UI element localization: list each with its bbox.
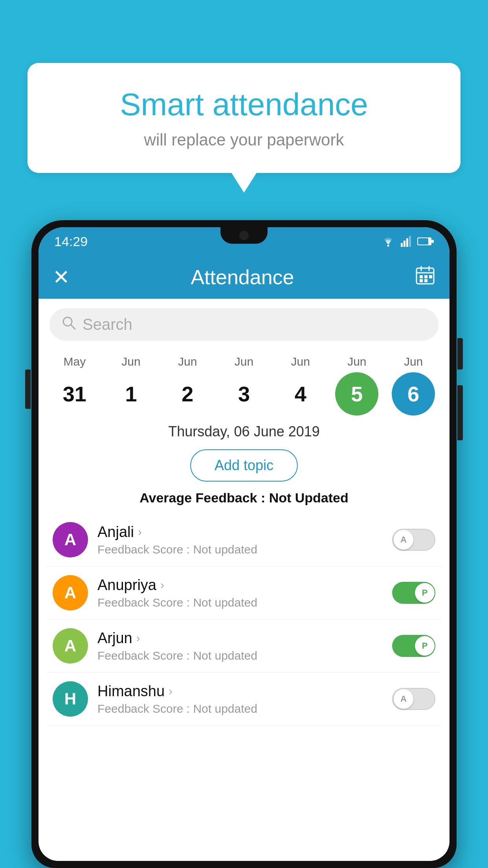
svg-rect-7 [431, 240, 434, 243]
toggle-anjali[interactable]: A [392, 529, 435, 551]
student-item-anupriya[interactable]: A Anupriya › Feedback Score : Not update… [46, 566, 442, 620]
signal-icon [401, 236, 412, 247]
date-cell-jun4[interactable]: Jun 4 [275, 355, 326, 416]
battery-icon [417, 237, 434, 246]
date-cell-jun6[interactable]: Jun 6 [388, 355, 439, 416]
student-name-anupriya: Anupriya › [97, 577, 383, 594]
attendance-toggle-anupriya[interactable]: P [392, 582, 435, 604]
search-bar[interactable]: Search [50, 308, 438, 341]
status-time: 14:29 [54, 234, 88, 249]
toggle-knob-anupriya: P [415, 583, 435, 603]
avatar-anupriya: A [53, 575, 88, 611]
student-score-arjun: Feedback Score : Not updated [97, 649, 383, 662]
phone-frame: 14:29 [31, 220, 457, 868]
close-button[interactable]: ✕ [53, 265, 70, 289]
toggle-anupriya[interactable]: P [392, 582, 435, 604]
chevron-anjali: › [138, 525, 142, 539]
phone-screen: 14:29 [39, 227, 449, 861]
student-info-anupriya: Anupriya › Feedback Score : Not updated [97, 577, 383, 609]
svg-rect-16 [424, 279, 427, 282]
svg-rect-12 [420, 275, 423, 278]
date-cell-may31[interactable]: May 31 [49, 355, 100, 416]
search-input[interactable]: Search [83, 316, 132, 333]
student-name-himanshu: Himanshu › [97, 683, 383, 700]
chevron-arjun: › [136, 631, 140, 645]
avg-feedback: Average Feedback : Not Updated [39, 487, 449, 513]
date-strip: May 31 Jun 1 Jun 2 Jun 3 Jun 4 Jun 5 [39, 347, 449, 416]
avatar-anjali: A [53, 522, 88, 557]
wifi-icon [381, 236, 395, 247]
attendance-toggle-arjun[interactable]: P [392, 635, 435, 657]
svg-rect-13 [424, 275, 427, 278]
avatar-arjun: A [53, 628, 88, 664]
svg-rect-4 [409, 236, 411, 247]
app-bar: ✕ Attendance [39, 256, 449, 299]
volume-button [25, 370, 31, 409]
attendance-toggle-anjali[interactable]: A [392, 529, 435, 551]
app-bar-title: Attendance [191, 265, 294, 289]
power-button-mid [457, 385, 463, 440]
student-info-himanshu: Himanshu › Feedback Score : Not updated [97, 683, 383, 715]
svg-rect-6 [418, 238, 428, 245]
student-item-himanshu[interactable]: H Himanshu › Feedback Score : Not update… [46, 673, 442, 726]
svg-rect-15 [420, 279, 423, 282]
selected-date-label: Thursday, 06 June 2019 [39, 416, 449, 444]
svg-line-18 [71, 325, 75, 329]
svg-rect-1 [401, 243, 403, 247]
date-cell-jun2[interactable]: Jun 2 [162, 355, 213, 416]
student-item-anjali[interactable]: A Anjali › Feedback Score : Not updated … [46, 513, 442, 566]
avg-feedback-label: Average Feedback : [139, 490, 269, 505]
student-list: A Anjali › Feedback Score : Not updated … [39, 513, 449, 726]
status-icons [381, 236, 434, 247]
chevron-anupriya: › [160, 578, 164, 592]
svg-rect-2 [404, 241, 405, 247]
notch [220, 227, 268, 244]
student-info-anjali: Anjali › Feedback Score : Not updated [97, 524, 383, 556]
speech-bubble-container: Smart attendance will replace your paper… [28, 63, 460, 173]
student-name-arjun: Arjun › [97, 630, 383, 647]
student-info-arjun: Arjun › Feedback Score : Not updated [97, 630, 383, 662]
date-cell-jun1[interactable]: Jun 1 [106, 355, 157, 416]
toggle-himanshu[interactable]: A [392, 688, 435, 710]
date-cell-jun5[interactable]: Jun 5 [331, 355, 382, 416]
toggle-knob-anjali: A [394, 530, 413, 550]
student-score-anupriya: Feedback Score : Not updated [97, 596, 383, 609]
avatar-himanshu: H [53, 681, 88, 717]
avg-feedback-value: Not Updated [269, 490, 349, 505]
date-cell-jun3[interactable]: Jun 3 [218, 355, 270, 416]
student-name-anjali: Anjali › [97, 524, 383, 541]
add-topic-button[interactable]: Add topic [190, 449, 298, 482]
calendar-icon[interactable] [415, 265, 435, 290]
attendance-toggle-himanshu[interactable]: A [392, 688, 435, 710]
svg-rect-3 [406, 238, 408, 247]
add-topic-container: Add topic [39, 449, 449, 482]
student-score-anjali: Feedback Score : Not updated [97, 543, 383, 556]
toggle-arjun[interactable]: P [392, 635, 435, 657]
chevron-himanshu: › [169, 684, 172, 698]
student-item-arjun[interactable]: A Arjun › Feedback Score : Not updated P [46, 620, 442, 673]
speech-bubble-subtitle: will replace your paperwork [59, 131, 429, 149]
search-icon [61, 315, 76, 334]
speech-bubble: Smart attendance will replace your paper… [28, 63, 460, 173]
toggle-knob-himanshu: A [394, 689, 413, 709]
toggle-knob-arjun: P [415, 636, 435, 656]
speech-bubble-title: Smart attendance [59, 86, 429, 123]
svg-point-0 [387, 245, 389, 247]
power-button-top [457, 338, 463, 370]
student-score-himanshu: Feedback Score : Not updated [97, 702, 383, 715]
svg-rect-14 [429, 275, 432, 278]
